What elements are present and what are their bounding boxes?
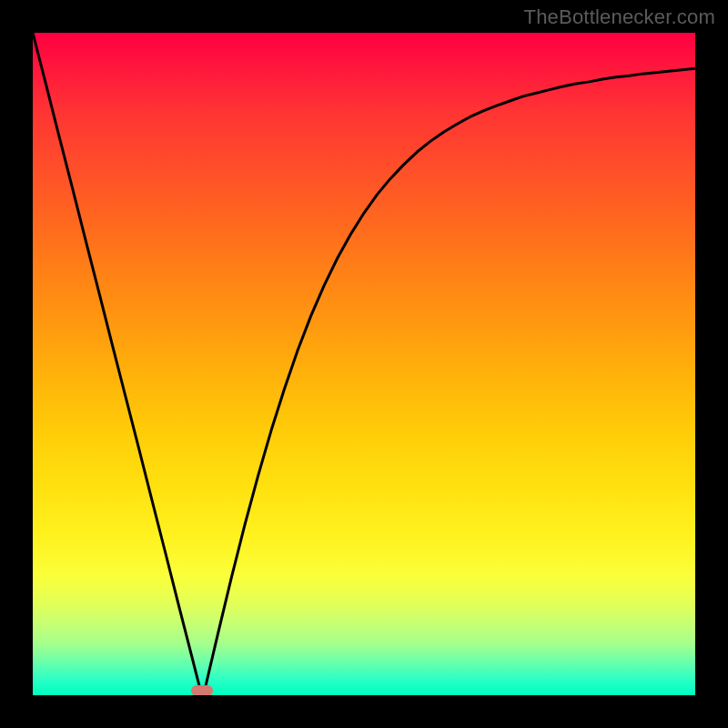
minimum-marker (191, 685, 213, 695)
chart-frame: TheBottlenecker.com (0, 0, 728, 728)
bottleneck-curve (33, 33, 695, 695)
plot-area (33, 33, 695, 695)
watermark-text: TheBottlenecker.com (524, 5, 715, 29)
